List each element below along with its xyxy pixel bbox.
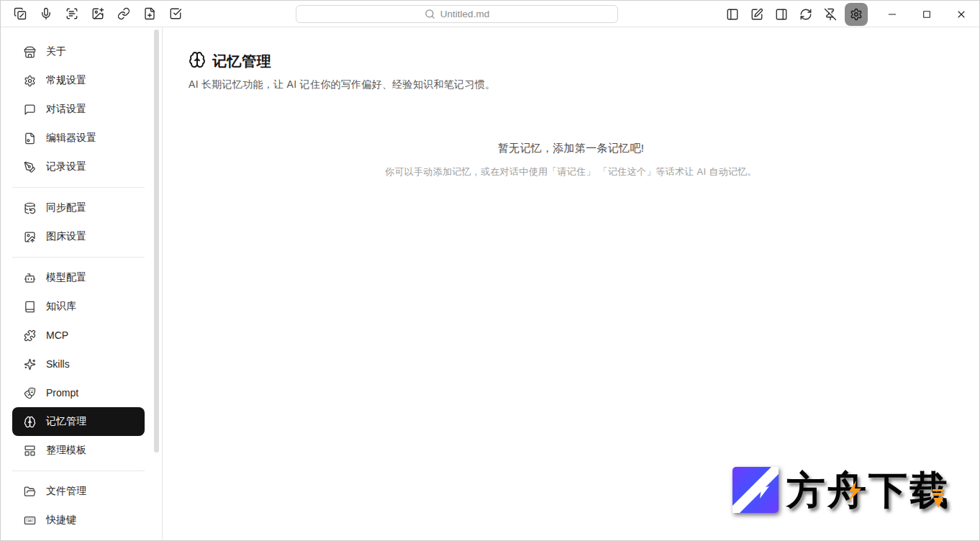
app-body: 关于常规设置对话设置编辑器设置记录设置同步配置图床设置模型配置知识库MCPSki… xyxy=(1,27,979,540)
link-icon xyxy=(117,7,130,20)
settings-sidebar: 关于常规设置对话设置编辑器设置记录设置同步配置图床设置模型配置知识库MCPSki… xyxy=(1,27,163,540)
pen-tool-icon xyxy=(24,161,36,173)
sidebar-item-organize-template[interactable]: 整理模板 xyxy=(12,436,145,465)
empty-state-description: 你可以手动添加记忆，或在对话中使用「请记住」 「记住这个」等话术让 AI 自动记… xyxy=(163,165,979,178)
todo-button[interactable] xyxy=(165,4,186,24)
maximize-button[interactable] xyxy=(917,4,937,24)
brain-icon xyxy=(189,51,206,71)
search-icon xyxy=(425,9,435,19)
book-icon xyxy=(24,301,36,313)
sidebar-item-model-config[interactable]: 模型配置 xyxy=(12,263,145,292)
empty-state-title: 暂无记忆，添加第一条记忆吧! xyxy=(163,142,979,155)
minimize-icon xyxy=(886,9,898,20)
insert-link-button[interactable] xyxy=(114,4,134,24)
window-controls xyxy=(882,4,971,24)
titlebar: Untitled.md xyxy=(1,1,979,27)
square-pen-icon xyxy=(750,8,763,21)
settings-content: 记忆管理 AI 长期记忆功能，让 AI 记住你的写作偏好、经验知识和笔记习惯。 … xyxy=(163,27,979,540)
new-note-button[interactable] xyxy=(747,4,767,24)
store-icon xyxy=(24,46,36,58)
pen-tool-icon xyxy=(24,161,36,173)
sidebar-item-prompt[interactable]: Prompt xyxy=(12,378,145,407)
layout-panel-icon xyxy=(24,445,36,457)
scan-text-icon xyxy=(65,7,78,20)
square-check-icon xyxy=(169,7,182,20)
sidebar-item-general-settings[interactable]: 常规设置 xyxy=(12,66,145,95)
toggle-right-panel-button[interactable] xyxy=(771,4,791,24)
sidebar-item-label: 同步配置 xyxy=(46,201,86,214)
sidebar-item-label: 整理模板 xyxy=(46,444,86,457)
image-up-icon xyxy=(24,231,36,243)
sparkles-icon xyxy=(24,358,36,370)
new-file-button[interactable] xyxy=(140,4,160,24)
puzzle-icon xyxy=(24,329,36,342)
unpin-window-button[interactable] xyxy=(820,4,840,24)
search-box[interactable]: Untitled.md xyxy=(296,5,618,23)
gear-icon xyxy=(24,75,36,87)
sidebar-divider xyxy=(12,470,145,471)
sidebar-item-label: 图床设置 xyxy=(46,230,86,243)
minimize-button[interactable] xyxy=(882,4,902,24)
sidebar-item-about[interactable]: 关于 xyxy=(12,37,145,66)
app-actions xyxy=(722,3,868,26)
sidebar-item-knowledge-base[interactable]: 知识库 xyxy=(12,292,145,321)
sync-button[interactable] xyxy=(796,4,816,24)
image-up-icon xyxy=(24,231,36,243)
image-plus-icon xyxy=(91,7,104,20)
sidebar-item-label: Prompt xyxy=(46,387,78,399)
file-badge-icon xyxy=(24,132,36,145)
app-window: Untitled.md 关于常规设置对话设置编辑器设置记录设置同步配置图床设置模… xyxy=(0,0,980,541)
puzzle-icon xyxy=(24,329,36,342)
sidebar-item-chat-settings[interactable]: 对话设置 xyxy=(12,95,145,124)
gear-icon xyxy=(24,75,36,87)
sidebar-item-record-settings[interactable]: 记录设置 xyxy=(12,153,145,181)
sidebar-item-label: 文件管理 xyxy=(46,485,86,498)
gear-icon xyxy=(850,8,863,21)
bot-icon xyxy=(24,272,36,284)
panel-left-icon xyxy=(726,8,739,21)
chat-icon xyxy=(24,104,36,116)
sidebar-item-mcp[interactable]: MCP xyxy=(12,321,145,350)
sidebar-item-label: 关于 xyxy=(46,45,66,58)
sidebar-item-label: 快捷键 xyxy=(46,514,76,527)
keyboard-icon xyxy=(24,514,36,527)
page-subtitle: AI 长期记忆功能，让 AI 记住你的写作偏好、经验知识和笔记习惯。 xyxy=(189,78,953,91)
sidebar-item-sync-config[interactable]: 同步配置 xyxy=(12,194,145,222)
keyboard-icon xyxy=(24,514,36,527)
database-backup-icon xyxy=(24,202,36,214)
toggle-left-panel-button[interactable] xyxy=(722,4,743,24)
sidebar-item-skills[interactable]: Skills xyxy=(12,350,145,378)
sparkles-icon xyxy=(24,358,36,370)
file-badge-icon xyxy=(24,132,36,145)
sidebar-item-label: MCP xyxy=(46,329,68,341)
drama-icon xyxy=(24,387,36,399)
sidebar-item-image-hosting[interactable]: 图床设置 xyxy=(12,222,145,251)
page-title: 记忆管理 xyxy=(212,52,271,71)
brain-icon xyxy=(24,416,36,428)
sidebar-item-file-management[interactable]: 文件管理 xyxy=(12,477,145,506)
database-backup-icon xyxy=(24,202,36,214)
copy-slash-icon xyxy=(14,7,27,20)
close-icon xyxy=(956,9,967,20)
add-image-button[interactable] xyxy=(88,4,108,24)
voice-input-button[interactable] xyxy=(36,4,56,24)
sidebar-item-editor-settings[interactable]: 编辑器设置 xyxy=(12,124,145,153)
sidebar-scrollbar[interactable] xyxy=(154,29,159,453)
file-plus-icon xyxy=(143,7,156,20)
sidebar-item-shortcuts[interactable]: 快捷键 xyxy=(12,506,145,535)
chat-icon xyxy=(24,104,36,116)
screenshot-button[interactable] xyxy=(10,4,30,24)
toolbar-right xyxy=(722,3,971,26)
sidebar-item-memory-management[interactable]: 记忆管理 xyxy=(12,407,145,436)
drama-icon xyxy=(24,387,36,399)
ocr-scan-button[interactable] xyxy=(62,4,82,24)
sidebar-item-label: 记忆管理 xyxy=(46,415,86,428)
close-button[interactable] xyxy=(951,4,971,24)
brain-icon xyxy=(24,416,36,428)
empty-state: 暂无记忆，添加第一条记忆吧! 你可以手动添加记忆，或在对话中使用「请记住」 「记… xyxy=(163,142,979,178)
page-header: 记忆管理 AI 长期记忆功能，让 AI 记住你的写作偏好、经验知识和笔记习惯。 xyxy=(163,27,979,91)
sidebar-item-label: 知识库 xyxy=(46,300,76,313)
settings-button[interactable] xyxy=(845,3,868,26)
store-icon xyxy=(24,46,36,58)
bot-icon xyxy=(24,272,36,284)
